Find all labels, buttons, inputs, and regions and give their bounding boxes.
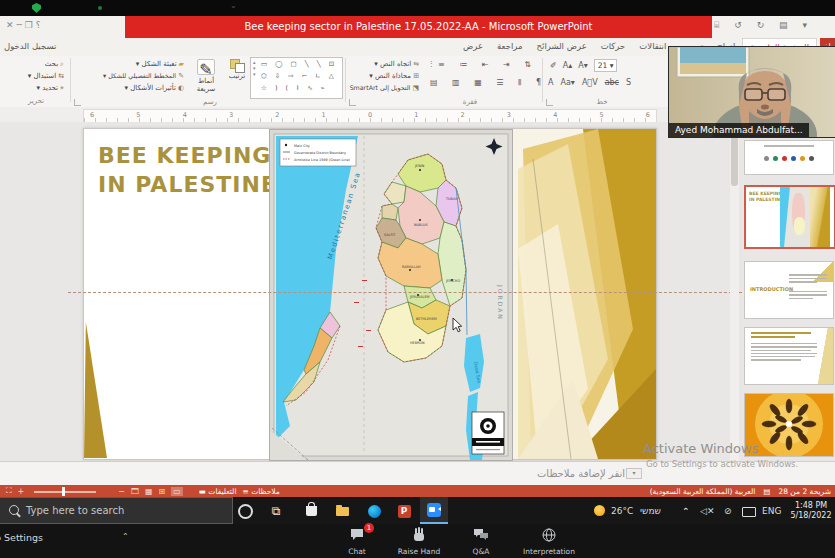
view-reading-button[interactable]: ▦	[145, 487, 153, 496]
chat-button[interactable]: 1 Chat	[326, 527, 388, 556]
shape-outline-icon: ✎	[178, 72, 184, 80]
thumbnail-slide-2-selected[interactable]: BEE KEEPINGIN PALESTINE	[744, 185, 835, 249]
audio-settings-button[interactable]: Audio Settings	[0, 532, 43, 543]
notes-placeholder[interactable]: انقر لإضافة ملاحظات	[537, 468, 625, 479]
chat-icon	[350, 528, 364, 542]
clock[interactable]: 1:48 PM 5/18/2022	[788, 501, 834, 520]
tab-animations[interactable]: حركات	[594, 38, 633, 56]
sign-in-link[interactable]: تسجيل الدخول	[4, 41, 56, 51]
notes-button[interactable]: ملاحظات ≡	[242, 487, 279, 496]
shape-effects-button[interactable]: ◐تأثيرات الأشكال ▾	[98, 82, 186, 94]
weather-text[interactable]: שמשי	[640, 506, 661, 516]
search-icon-handle	[16, 512, 21, 517]
replace-button[interactable]: ⇆استبدال ▾	[6, 70, 66, 82]
gallery-scroll-buttons[interactable]: ▴▾▾	[253, 59, 256, 77]
thumbnail-slide-4[interactable]	[744, 327, 834, 385]
arrange-button[interactable]: ترتيب	[226, 59, 248, 80]
shape-style-buttons: ▰تعبئة الشكل ▾ ✎المخطط التفصيلي للشكل ▾ …	[98, 58, 186, 94]
task-view-button[interactable]: ⧉	[263, 503, 289, 519]
qa-button[interactable]: Q&A	[450, 527, 512, 556]
select-button[interactable]: ⌖تحديد ▾	[6, 82, 66, 94]
meeting-security-shield-icon[interactable]	[32, 3, 41, 13]
slide-canvas[interactable]: BEE KEEPING IN PALESTINE Mediterranean S…	[83, 128, 657, 460]
screen: { "meeting": { "name_label": "Ayed Moham…	[0, 0, 835, 558]
zoom-app-button[interactable]	[420, 497, 448, 524]
fit-slide-button[interactable]: ⛶	[6, 486, 12, 496]
svg-text:JERICHO: JERICHO	[445, 279, 460, 283]
shadow-button[interactable]: S	[626, 78, 631, 87]
tab-slideshow[interactable]: عرض الشرائح	[530, 38, 594, 56]
font-dialog-launcher[interactable]	[546, 99, 553, 106]
strikethrough-button[interactable]: abc	[605, 78, 619, 87]
quick-access-toolbar[interactable]: ⌸ ↺ ↻ ▤ ▾	[714, 20, 813, 31]
slide-number-indicator[interactable]: شريحة 2 من 28	[778, 487, 831, 496]
paragraph-stack-buttons: ⇋اتجاه النص ▾ ⊞محاذاة النص ▾ ⬔التحويل إل…	[347, 58, 421, 94]
language-tray[interactable]: ENG	[762, 506, 781, 516]
edge-button[interactable]	[361, 503, 387, 519]
tray-chevron-icon[interactable]: ⌃	[682, 506, 690, 516]
raise-hand-button[interactable]: Raise Hand	[388, 527, 450, 556]
map-legend: Main City Governorate District Boundary …	[280, 139, 356, 166]
volume-muted-icon[interactable]: ◁✕	[700, 506, 714, 516]
thumbnail-slide-1[interactable]	[744, 140, 834, 175]
notes-splitter-handle[interactable]: ▾	[626, 468, 642, 479]
window-controls[interactable]: ✕ ─ ❐ ؟	[6, 20, 40, 30]
language-indicator[interactable]: العربية (المملكة العربية السعودية)	[650, 487, 756, 496]
chevron-down-icon[interactable]: ⌄	[230, 1, 237, 10]
shrink-font-button[interactable]: A▾	[578, 61, 588, 70]
weather-sun-icon[interactable]	[594, 505, 605, 516]
tab-view[interactable]: عرض	[456, 38, 490, 56]
case-button[interactable]: Aa▾	[560, 78, 574, 87]
drawing-dialog-launcher[interactable]	[74, 99, 81, 106]
alignment-buttons[interactable]: ▤ ▥ ▦ ☰ ⫴ ¶	[430, 78, 547, 88]
participant-video[interactable]: Ayed Mohammad Abdulfat...	[668, 46, 835, 138]
font-color-button[interactable]: A	[548, 78, 553, 87]
interpretation-button[interactable]: Interpretation	[512, 527, 586, 556]
store-button[interactable]	[298, 503, 324, 519]
editing-group-label: تحرير	[6, 97, 66, 105]
zoom-in-button[interactable]: +	[18, 487, 25, 496]
audio-settings-chevron-icon[interactable]: ⌃	[122, 532, 129, 541]
powerpoint-icon: P	[398, 505, 411, 518]
paragraph-group-label: فقرة	[455, 98, 485, 106]
cortana-button[interactable]	[232, 503, 258, 519]
vertical-scrollbar[interactable]	[730, 122, 739, 461]
touch-keyboard-icon[interactable]	[742, 507, 756, 517]
zoom-slider-track[interactable]	[34, 491, 96, 493]
paragraph-dialog-launcher[interactable]	[349, 99, 356, 106]
char-spacing-button[interactable]: A⃒V	[582, 78, 598, 87]
shapes-gallery[interactable]: ▴▾▾ ▭ ◯ ▢ ╲ ╲ ⊡ ⬠ ⇩ ⇨ ⌐ ∟ △ ☆ ) ( ⌇ ∿ ⌁	[250, 57, 343, 99]
spellcheck-icon[interactable]: ▤	[763, 487, 770, 496]
svg-text:JERUSALEM: JERUSALEM	[409, 295, 430, 299]
activate-windows-watermark: Activate Windows	[643, 441, 758, 456]
view-slideshow-button[interactable]: 🗔	[131, 487, 139, 496]
smartart-button[interactable]: ⬔التحويل إلى SmartArt	[347, 82, 421, 94]
quick-styles-button[interactable]: ✎ أنماط سريعة	[188, 59, 224, 93]
zoom-out-button[interactable]: −	[118, 487, 125, 496]
find-button[interactable]: ⌕بحث	[6, 58, 66, 70]
svg-text:Armistice Line 1949 (Green Lin: Armistice Line 1949 (Green Line)	[294, 158, 351, 162]
align-text-button[interactable]: ⊞محاذاة النص ▾	[347, 70, 421, 82]
powerpoint-button[interactable]: P	[391, 503, 417, 519]
font-size-box[interactable]: 21 ▾	[594, 59, 618, 72]
thumbnail-slide-3[interactable]: INTRODUCTION	[744, 261, 834, 319]
grow-font-button[interactable]: A▴	[563, 61, 573, 70]
shape-fill-button[interactable]: ▰تعبئة الشكل ▾	[98, 58, 186, 70]
view-sorter-button[interactable]: ⊞	[159, 487, 166, 496]
zoom-slider-handle[interactable]	[62, 487, 65, 496]
mouse-cursor	[452, 318, 464, 334]
edge-icon	[368, 505, 381, 518]
format-painter-icon[interactable]: ✐	[550, 61, 557, 70]
tab-review[interactable]: مراجعة	[490, 38, 530, 56]
view-normal-button[interactable]: ▭	[171, 487, 183, 496]
list-indent-buttons[interactable]: ⫶≡ ≔ ⇤ ⇥ ⇅	[430, 60, 537, 70]
slide-guide-line[interactable]	[68, 292, 742, 293]
weather-temp[interactable]: 26°C	[611, 506, 633, 516]
network-icon[interactable]: ⊘	[724, 506, 732, 516]
shape-outline-button[interactable]: ✎المخطط التفصيلي للشكل ▾	[98, 70, 186, 82]
text-direction-button[interactable]: ⇋اتجاه النص ▾	[347, 58, 421, 70]
comments-button[interactable]: التعليقات ▬	[199, 487, 237, 496]
file-explorer-button[interactable]	[329, 503, 355, 519]
taskbar-search[interactable]: Type here to search	[0, 497, 233, 524]
slide-workspace: BEE KEEPING IN PALESTINE Mediterranean S…	[0, 122, 835, 461]
